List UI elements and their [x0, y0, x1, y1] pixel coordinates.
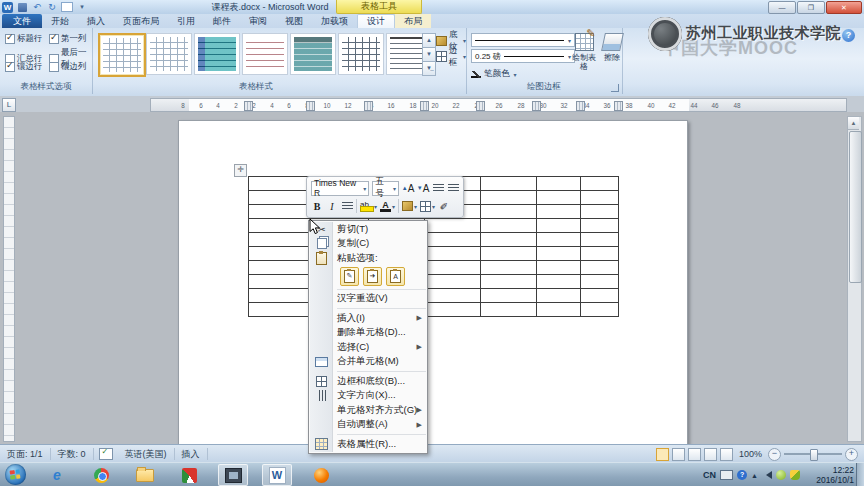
table-cell[interactable] — [537, 205, 581, 219]
table-cell[interactable] — [537, 177, 581, 191]
tab-home[interactable]: 开始 — [42, 14, 78, 28]
show-desktop-button[interactable] — [856, 463, 864, 486]
insert-mode[interactable]: 插入 — [175, 448, 208, 460]
line-weight-dropdown[interactable]: 0.25 磅 — [471, 49, 575, 63]
table-cell[interactable] — [537, 261, 581, 275]
start-button[interactable] — [5, 464, 26, 485]
table-cell[interactable] — [249, 177, 311, 191]
checkbox-icon[interactable] — [49, 34, 59, 44]
restore-button[interactable]: ❐ — [797, 1, 825, 14]
checkbox-banded-columns[interactable]: 镶边列 — [49, 61, 89, 73]
menu-item-cut[interactable]: 剪切(T) — [310, 222, 426, 237]
table-cell[interactable] — [581, 303, 619, 317]
format-painter-icon[interactable]: ✐ — [438, 199, 450, 213]
language-indicator[interactable]: 英语(美国) — [118, 448, 175, 460]
dialog-launcher-icon[interactable] — [611, 84, 619, 92]
grow-font-icon[interactable]: ▲ — [402, 181, 414, 195]
table-style-thumb[interactable] — [194, 33, 240, 75]
pen-color-button[interactable]: 笔颜色 — [471, 68, 517, 80]
tab-insert[interactable]: 插入 — [78, 14, 114, 28]
zoom-slider-thumb[interactable] — [810, 449, 818, 461]
table-cell[interactable] — [481, 247, 537, 261]
ruler-table-marker[interactable] — [364, 101, 373, 111]
checkbox-first-column[interactable]: 第一列 — [49, 33, 89, 45]
italic-icon[interactable]: I — [326, 199, 338, 213]
qat-table-icon[interactable] — [61, 2, 73, 13]
table-cell[interactable] — [581, 191, 619, 205]
table-cell[interactable] — [581, 233, 619, 247]
view-outline-icon[interactable] — [704, 448, 717, 461]
security-shield-icon[interactable] — [790, 470, 800, 480]
tab-design-active[interactable]: 设计 — [357, 14, 395, 29]
table-cell[interactable] — [581, 275, 619, 289]
ruler-table-marker[interactable] — [614, 101, 623, 111]
spellcheck-icon[interactable] — [99, 448, 113, 460]
ruler-table-marker[interactable] — [420, 101, 429, 111]
highlight-color-icon[interactable]: ab — [360, 199, 377, 213]
menu-item-delete-cells[interactable]: 删除单元格(D)... — [310, 326, 426, 341]
taskbar-word-icon[interactable]: W — [262, 464, 292, 486]
table-cell[interactable] — [481, 261, 537, 275]
borders-button[interactable]: 边框 — [436, 50, 466, 63]
table-style-thumb[interactable] — [290, 33, 336, 75]
taskbar-capture-app-icon[interactable] — [218, 464, 248, 486]
decrease-indent-icon[interactable] — [432, 181, 444, 195]
table-cell[interactable] — [537, 289, 581, 303]
table-cell[interactable] — [249, 191, 311, 205]
taskbar-ie-icon[interactable]: e — [42, 464, 72, 486]
table-cell[interactable] — [249, 261, 311, 275]
ruler-table-marker[interactable] — [532, 101, 541, 111]
checkbox-icon[interactable] — [5, 62, 15, 72]
table-cell[interactable] — [537, 247, 581, 261]
help-icon[interactable]: ? — [842, 29, 855, 42]
line-style-dropdown[interactable] — [471, 33, 575, 47]
save-icon[interactable] — [16, 2, 28, 13]
undo-icon[interactable] — [31, 2, 43, 13]
table-cell[interactable] — [581, 177, 619, 191]
table-cell[interactable] — [481, 275, 537, 289]
tab-mailings[interactable]: 邮件 — [204, 14, 240, 28]
table-cell[interactable] — [581, 247, 619, 261]
tab-page-layout[interactable]: 页面布局 — [114, 14, 168, 28]
zoom-in-icon[interactable]: + — [845, 448, 858, 461]
gallery-more-icon[interactable]: ▼̲ — [422, 61, 436, 76]
table-cell[interactable] — [425, 261, 481, 275]
table-cell[interactable] — [249, 219, 311, 233]
table-style-thumb-selected[interactable] — [98, 33, 146, 77]
bold-icon[interactable]: B — [311, 199, 323, 213]
menu-item-hanzi-reselect[interactable]: 汉字重选(V) — [310, 292, 426, 307]
redo-icon[interactable] — [46, 2, 58, 13]
taskbar-clock[interactable]: 12:22 2016/10/1 — [816, 465, 854, 485]
table-cell[interactable] — [249, 205, 311, 219]
increase-indent-icon[interactable] — [447, 181, 459, 195]
taskbar-chrome-icon[interactable] — [86, 464, 116, 486]
page-indicator[interactable]: 页面: 1/1 — [0, 448, 51, 460]
checkbox-icon[interactable] — [5, 34, 15, 44]
table-cell[interactable] — [249, 247, 311, 261]
gallery-up-icon[interactable]: ▲ — [422, 33, 436, 48]
table-cell[interactable] — [425, 233, 481, 247]
tab-stop-selector[interactable]: L — [2, 98, 16, 112]
table-cell[interactable] — [581, 289, 619, 303]
font-name-dropdown[interactable]: Times New R — [311, 181, 369, 196]
taskbar-firefox-icon[interactable] — [306, 464, 336, 486]
table-cell[interactable] — [537, 191, 581, 205]
table-cell[interactable] — [581, 261, 619, 275]
border-icon[interactable] — [420, 199, 435, 213]
ruler-table-marker[interactable] — [476, 101, 485, 111]
tab-review[interactable]: 审阅 — [240, 14, 276, 28]
table-cell[interactable] — [249, 275, 311, 289]
ruler-table-marker[interactable] — [306, 101, 315, 111]
menu-item-insert[interactable]: 插入(I) ▶ — [310, 311, 426, 326]
paste-text-only-icon[interactable]: A — [386, 267, 405, 286]
table-cell[interactable] — [249, 289, 311, 303]
word-app-icon[interactable]: W — [2, 2, 13, 13]
view-print-layout-icon[interactable] — [656, 448, 669, 461]
table-cell[interactable] — [537, 219, 581, 233]
hidden-icons-arrow-icon[interactable]: ▲ — [751, 472, 758, 479]
tab-file[interactable]: 文件 — [2, 14, 42, 28]
table-cell[interactable] — [425, 247, 481, 261]
table-cell[interactable] — [537, 275, 581, 289]
table-cell[interactable] — [481, 205, 537, 219]
qat-customize-dropdown-icon[interactable] — [76, 2, 88, 13]
